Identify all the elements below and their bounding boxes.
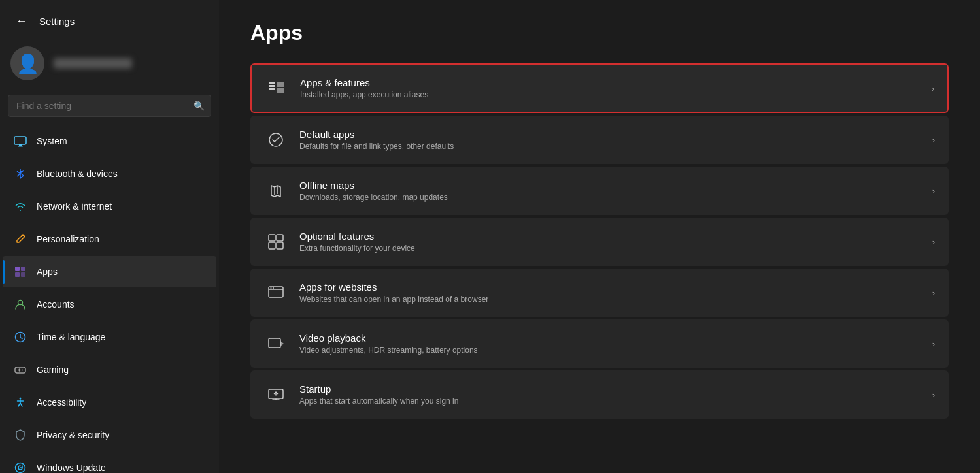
sidebar-item-accounts[interactable]: Accounts (3, 289, 216, 320)
svg-point-25 (273, 287, 274, 289)
sidebar-item-system[interactable]: System (3, 125, 216, 157)
gaming-icon (13, 363, 27, 377)
startup-subtitle: Apps that start automatically when you s… (299, 397, 921, 406)
sidebar-item-personalization-label: Personalization (37, 234, 99, 244)
apps-websites-subtitle: Websites that can open in an app instead… (299, 295, 921, 304)
search-bar: 🔍 (8, 95, 211, 117)
svg-rect-16 (277, 82, 284, 87)
offline-maps-icon (264, 179, 288, 203)
sidebar-item-privacy-label: Privacy & security (37, 430, 109, 440)
svg-point-24 (271, 287, 272, 289)
settings-item-optional-features[interactable]: Optional features Extra functionality fo… (250, 218, 949, 266)
startup-icon (264, 383, 288, 406)
apps-websites-chevron: › (932, 288, 935, 298)
svg-rect-21 (269, 242, 275, 249)
svg-rect-17 (277, 88, 284, 93)
svg-rect-13 (269, 82, 275, 84)
settings-item-apps-websites[interactable]: Apps for websites Websites that can open… (250, 269, 949, 317)
video-playback-icon (264, 332, 288, 355)
sidebar-item-network[interactable]: Network & internet (3, 191, 216, 222)
apps-icon (13, 265, 27, 279)
svg-rect-19 (269, 235, 275, 241)
apps-websites-title: Apps for websites (299, 282, 921, 293)
video-playback-chevron: › (932, 339, 935, 349)
sidebar-item-personalization[interactable]: Personalization (3, 223, 216, 255)
update-icon (13, 461, 27, 473)
sidebar-item-accessibility[interactable]: Accessibility (3, 387, 216, 418)
settings-item-video-playback[interactable]: Video playback Video adjustments, HDR st… (250, 319, 949, 368)
accessibility-icon (13, 395, 27, 410)
settings-list: Apps & features Installed apps, app exec… (250, 63, 949, 419)
page-title: Apps (250, 21, 949, 45)
svg-rect-4 (21, 267, 25, 271)
sidebar-item-time-label: Time & language (37, 332, 105, 342)
svg-point-11 (20, 398, 22, 400)
default-apps-title: Default apps (299, 129, 921, 140)
avatar: 👤 (10, 46, 44, 80)
sidebar-item-gaming-label: Gaming (37, 365, 69, 375)
optional-features-chevron: › (932, 237, 935, 247)
system-icon (13, 134, 27, 148)
accounts-icon (13, 297, 27, 312)
sidebar-item-gaming[interactable]: Gaming (3, 354, 216, 385)
nav-menu: System Bluetooth & devices Network & int… (0, 125, 219, 473)
apps-websites-icon (264, 281, 288, 304)
svg-rect-14 (269, 85, 275, 87)
optional-features-icon (264, 230, 288, 253)
svg-rect-0 (14, 137, 26, 144)
apps-features-chevron: › (932, 84, 934, 93)
bluetooth-icon (13, 167, 27, 181)
settings-item-startup[interactable]: Startup Apps that start automatically wh… (250, 370, 949, 419)
user-profile: 👤 (0, 37, 219, 90)
back-button[interactable]: ← (10, 12, 33, 31)
video-playback-text: Video playback Video adjustments, HDR st… (299, 333, 921, 355)
default-apps-icon (264, 128, 288, 152)
apps-websites-text: Apps for websites Websites that can open… (299, 282, 921, 304)
optional-features-title: Optional features (299, 231, 921, 242)
main-content: Apps Apps & features Installed apps, app… (219, 0, 980, 473)
sidebar-item-update[interactable]: Windows Update (3, 452, 216, 473)
sidebar-item-apps[interactable]: Apps (3, 256, 216, 287)
offline-maps-text: Offline maps Downloads, storage location… (299, 180, 921, 202)
default-apps-chevron: › (932, 135, 935, 145)
svg-rect-2 (19, 144, 22, 146)
sidebar-item-bluetooth[interactable]: Bluetooth & devices (3, 158, 216, 189)
settings-item-apps-features[interactable]: Apps & features Installed apps, app exec… (250, 63, 949, 113)
user-icon: 👤 (16, 53, 39, 74)
search-input[interactable] (8, 95, 211, 117)
apps-features-title: Apps & features (300, 77, 920, 88)
privacy-icon (13, 428, 27, 442)
offline-maps-subtitle: Downloads, storage location, map updates (299, 193, 921, 202)
sidebar-item-apps-label: Apps (37, 267, 58, 277)
svg-rect-20 (277, 235, 283, 241)
svg-rect-6 (21, 272, 25, 277)
offline-maps-title: Offline maps (299, 180, 921, 191)
svg-rect-5 (15, 272, 20, 277)
svg-rect-15 (269, 88, 275, 90)
settings-item-offline-maps[interactable]: Offline maps Downloads, storage location… (250, 167, 949, 215)
default-apps-subtitle: Defaults for file and link types, other … (299, 142, 921, 151)
personalization-icon (13, 232, 27, 246)
apps-features-icon (265, 76, 288, 100)
settings-title: Settings (39, 16, 75, 27)
sidebar-item-system-label: System (37, 136, 67, 146)
svg-rect-1 (18, 146, 23, 147)
settings-item-default-apps[interactable]: Default apps Defaults for file and link … (250, 116, 949, 164)
svg-point-10 (22, 370, 23, 371)
apps-features-subtitle: Installed apps, app execution aliases (300, 90, 920, 99)
sidebar-header: ← Settings (0, 0, 219, 37)
sidebar-item-bluetooth-label: Bluetooth & devices (37, 169, 118, 179)
optional-features-text: Optional features Extra functionality fo… (299, 231, 921, 253)
sidebar-item-network-label: Network & internet (37, 201, 112, 212)
offline-maps-chevron: › (932, 186, 935, 196)
sidebar-item-time[interactable]: Time & language (3, 321, 216, 353)
optional-features-subtitle: Extra functionality for your device (299, 244, 921, 253)
default-apps-text: Default apps Defaults for file and link … (299, 129, 921, 151)
svg-rect-22 (277, 242, 283, 249)
network-icon (13, 199, 27, 214)
video-playback-subtitle: Video adjustments, HDR streaming, batter… (299, 346, 921, 355)
startup-text: Startup Apps that start automatically wh… (299, 383, 921, 406)
sidebar-item-update-label: Windows Update (37, 463, 106, 473)
sidebar: ← Settings 👤 🔍 System Bluetooth & device… (0, 0, 219, 473)
sidebar-item-privacy[interactable]: Privacy & security (3, 419, 216, 451)
